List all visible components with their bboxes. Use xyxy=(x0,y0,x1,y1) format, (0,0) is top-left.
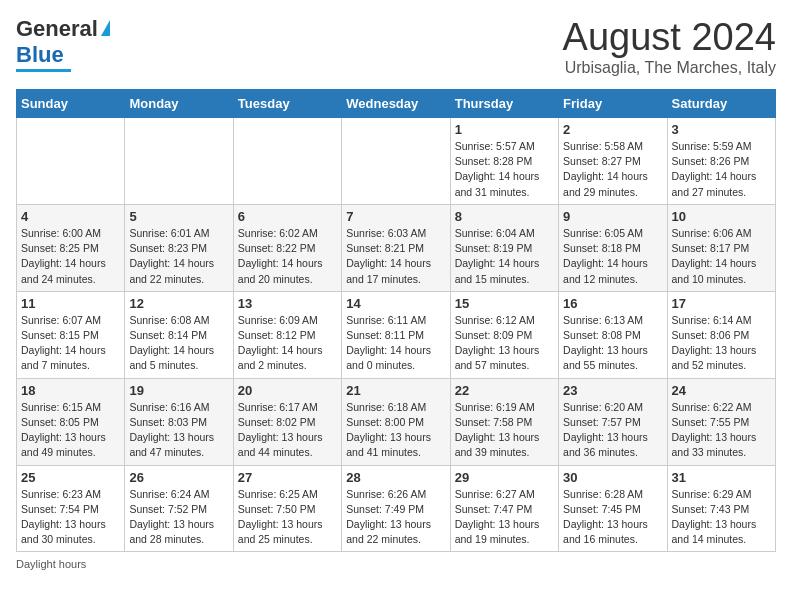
day-number: 16 xyxy=(563,296,662,311)
day-info: Sunrise: 6:14 AM Sunset: 8:06 PM Dayligh… xyxy=(672,313,771,374)
weekday-header-wednesday: Wednesday xyxy=(342,90,450,118)
day-number: 8 xyxy=(455,209,554,224)
day-info: Sunrise: 6:03 AM Sunset: 8:21 PM Dayligh… xyxy=(346,226,445,287)
day-number: 4 xyxy=(21,209,120,224)
day-number: 18 xyxy=(21,383,120,398)
day-number: 13 xyxy=(238,296,337,311)
footer-note: Daylight hours xyxy=(16,558,776,570)
day-info: Sunrise: 6:29 AM Sunset: 7:43 PM Dayligh… xyxy=(672,487,771,548)
calendar-cell: 8Sunrise: 6:04 AM Sunset: 8:19 PM Daylig… xyxy=(450,204,558,291)
day-number: 29 xyxy=(455,470,554,485)
calendar-cell: 20Sunrise: 6:17 AM Sunset: 8:02 PM Dayli… xyxy=(233,378,341,465)
calendar-cell xyxy=(233,118,341,205)
day-number: 26 xyxy=(129,470,228,485)
calendar-cell: 25Sunrise: 6:23 AM Sunset: 7:54 PM Dayli… xyxy=(17,465,125,552)
day-number: 21 xyxy=(346,383,445,398)
day-info: Sunrise: 6:00 AM Sunset: 8:25 PM Dayligh… xyxy=(21,226,120,287)
day-info: Sunrise: 6:17 AM Sunset: 8:02 PM Dayligh… xyxy=(238,400,337,461)
calendar-cell: 14Sunrise: 6:11 AM Sunset: 8:11 PM Dayli… xyxy=(342,291,450,378)
day-number: 5 xyxy=(129,209,228,224)
day-info: Sunrise: 5:59 AM Sunset: 8:26 PM Dayligh… xyxy=(672,139,771,200)
day-info: Sunrise: 6:23 AM Sunset: 7:54 PM Dayligh… xyxy=(21,487,120,548)
day-info: Sunrise: 6:26 AM Sunset: 7:49 PM Dayligh… xyxy=(346,487,445,548)
calendar-cell: 21Sunrise: 6:18 AM Sunset: 8:00 PM Dayli… xyxy=(342,378,450,465)
weekday-header-thursday: Thursday xyxy=(450,90,558,118)
day-number: 31 xyxy=(672,470,771,485)
day-info: Sunrise: 6:25 AM Sunset: 7:50 PM Dayligh… xyxy=(238,487,337,548)
day-info: Sunrise: 6:11 AM Sunset: 8:11 PM Dayligh… xyxy=(346,313,445,374)
header: General Blue August 2024 Urbisaglia, The… xyxy=(16,16,776,77)
day-number: 15 xyxy=(455,296,554,311)
day-info: Sunrise: 6:20 AM Sunset: 7:57 PM Dayligh… xyxy=(563,400,662,461)
day-info: Sunrise: 6:22 AM Sunset: 7:55 PM Dayligh… xyxy=(672,400,771,461)
day-info: Sunrise: 6:18 AM Sunset: 8:00 PM Dayligh… xyxy=(346,400,445,461)
week-row-3: 11Sunrise: 6:07 AM Sunset: 8:15 PM Dayli… xyxy=(17,291,776,378)
calendar-cell: 23Sunrise: 6:20 AM Sunset: 7:57 PM Dayli… xyxy=(559,378,667,465)
weekday-header-saturday: Saturday xyxy=(667,90,775,118)
week-row-4: 18Sunrise: 6:15 AM Sunset: 8:05 PM Dayli… xyxy=(17,378,776,465)
day-info: Sunrise: 6:06 AM Sunset: 8:17 PM Dayligh… xyxy=(672,226,771,287)
logo-blue: Blue xyxy=(16,42,64,68)
logo-triangle-icon xyxy=(101,20,110,36)
calendar-cell: 28Sunrise: 6:26 AM Sunset: 7:49 PM Dayli… xyxy=(342,465,450,552)
calendar-cell: 15Sunrise: 6:12 AM Sunset: 8:09 PM Dayli… xyxy=(450,291,558,378)
month-title: August 2024 xyxy=(563,16,776,59)
day-number: 7 xyxy=(346,209,445,224)
day-info: Sunrise: 5:58 AM Sunset: 8:27 PM Dayligh… xyxy=(563,139,662,200)
day-number: 24 xyxy=(672,383,771,398)
calendar-cell: 30Sunrise: 6:28 AM Sunset: 7:45 PM Dayli… xyxy=(559,465,667,552)
day-number: 28 xyxy=(346,470,445,485)
weekday-header-monday: Monday xyxy=(125,90,233,118)
logo-general: General xyxy=(16,16,98,42)
location-title: Urbisaglia, The Marches, Italy xyxy=(563,59,776,77)
calendar-cell: 5Sunrise: 6:01 AM Sunset: 8:23 PM Daylig… xyxy=(125,204,233,291)
calendar-cell: 3Sunrise: 5:59 AM Sunset: 8:26 PM Daylig… xyxy=(667,118,775,205)
day-number: 2 xyxy=(563,122,662,137)
day-number: 30 xyxy=(563,470,662,485)
calendar-cell: 7Sunrise: 6:03 AM Sunset: 8:21 PM Daylig… xyxy=(342,204,450,291)
calendar-cell: 10Sunrise: 6:06 AM Sunset: 8:17 PM Dayli… xyxy=(667,204,775,291)
day-info: Sunrise: 6:19 AM Sunset: 7:58 PM Dayligh… xyxy=(455,400,554,461)
day-info: Sunrise: 6:07 AM Sunset: 8:15 PM Dayligh… xyxy=(21,313,120,374)
calendar-cell: 12Sunrise: 6:08 AM Sunset: 8:14 PM Dayli… xyxy=(125,291,233,378)
calendar-cell: 22Sunrise: 6:19 AM Sunset: 7:58 PM Dayli… xyxy=(450,378,558,465)
day-number: 23 xyxy=(563,383,662,398)
calendar-cell xyxy=(125,118,233,205)
calendar-cell: 26Sunrise: 6:24 AM Sunset: 7:52 PM Dayli… xyxy=(125,465,233,552)
day-info: Sunrise: 5:57 AM Sunset: 8:28 PM Dayligh… xyxy=(455,139,554,200)
day-info: Sunrise: 6:05 AM Sunset: 8:18 PM Dayligh… xyxy=(563,226,662,287)
calendar-cell: 6Sunrise: 6:02 AM Sunset: 8:22 PM Daylig… xyxy=(233,204,341,291)
day-number: 25 xyxy=(21,470,120,485)
weekday-header-friday: Friday xyxy=(559,90,667,118)
week-row-5: 25Sunrise: 6:23 AM Sunset: 7:54 PM Dayli… xyxy=(17,465,776,552)
day-info: Sunrise: 6:09 AM Sunset: 8:12 PM Dayligh… xyxy=(238,313,337,374)
calendar-cell: 24Sunrise: 6:22 AM Sunset: 7:55 PM Dayli… xyxy=(667,378,775,465)
calendar-cell: 1Sunrise: 5:57 AM Sunset: 8:28 PM Daylig… xyxy=(450,118,558,205)
week-row-1: 1Sunrise: 5:57 AM Sunset: 8:28 PM Daylig… xyxy=(17,118,776,205)
day-info: Sunrise: 6:04 AM Sunset: 8:19 PM Dayligh… xyxy=(455,226,554,287)
calendar-cell: 13Sunrise: 6:09 AM Sunset: 8:12 PM Dayli… xyxy=(233,291,341,378)
calendar-cell: 18Sunrise: 6:15 AM Sunset: 8:05 PM Dayli… xyxy=(17,378,125,465)
title-area: August 2024 Urbisaglia, The Marches, Ita… xyxy=(563,16,776,77)
week-row-2: 4Sunrise: 6:00 AM Sunset: 8:25 PM Daylig… xyxy=(17,204,776,291)
day-number: 1 xyxy=(455,122,554,137)
calendar-cell: 4Sunrise: 6:00 AM Sunset: 8:25 PM Daylig… xyxy=(17,204,125,291)
calendar-cell: 29Sunrise: 6:27 AM Sunset: 7:47 PM Dayli… xyxy=(450,465,558,552)
day-number: 22 xyxy=(455,383,554,398)
calendar-cell: 17Sunrise: 6:14 AM Sunset: 8:06 PM Dayli… xyxy=(667,291,775,378)
calendar-cell: 16Sunrise: 6:13 AM Sunset: 8:08 PM Dayli… xyxy=(559,291,667,378)
day-number: 20 xyxy=(238,383,337,398)
calendar-cell: 27Sunrise: 6:25 AM Sunset: 7:50 PM Dayli… xyxy=(233,465,341,552)
day-number: 19 xyxy=(129,383,228,398)
calendar-cell: 19Sunrise: 6:16 AM Sunset: 8:03 PM Dayli… xyxy=(125,378,233,465)
calendar-cell xyxy=(17,118,125,205)
logo: General Blue xyxy=(16,16,110,72)
day-info: Sunrise: 6:15 AM Sunset: 8:05 PM Dayligh… xyxy=(21,400,120,461)
weekday-header-row: SundayMondayTuesdayWednesdayThursdayFrid… xyxy=(17,90,776,118)
calendar-table: SundayMondayTuesdayWednesdayThursdayFrid… xyxy=(16,89,776,552)
logo-underline xyxy=(16,69,71,72)
day-number: 9 xyxy=(563,209,662,224)
day-number: 12 xyxy=(129,296,228,311)
calendar-cell: 11Sunrise: 6:07 AM Sunset: 8:15 PM Dayli… xyxy=(17,291,125,378)
day-info: Sunrise: 6:02 AM Sunset: 8:22 PM Dayligh… xyxy=(238,226,337,287)
